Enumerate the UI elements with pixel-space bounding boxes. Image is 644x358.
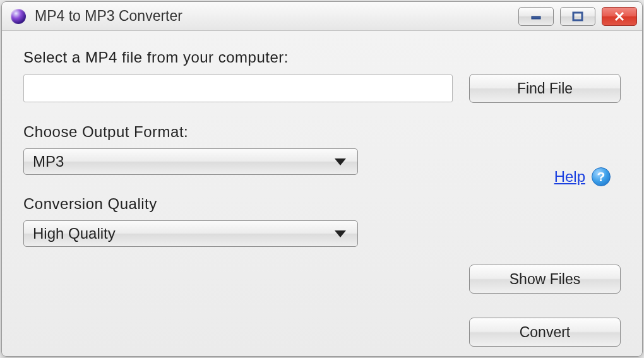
show-files-button[interactable]: Show Files — [469, 265, 621, 294]
find-file-button[interactable]: Find File — [469, 74, 621, 103]
maximize-icon — [571, 10, 584, 23]
app-icon — [11, 9, 26, 24]
output-format-value: MP3 — [33, 153, 335, 170]
title-bar[interactable]: MP4 to MP3 Converter — [2, 2, 642, 31]
output-format-label: Choose Output Format: — [23, 123, 621, 141]
quality-label: Conversion Quality — [23, 195, 621, 213]
quality-select[interactable]: High Quality — [23, 220, 358, 247]
file-path-input[interactable] — [23, 75, 453, 102]
help-area: Help ? — [554, 167, 611, 186]
minimize-button[interactable] — [518, 7, 554, 26]
close-button[interactable] — [602, 7, 637, 26]
close-icon — [613, 10, 626, 23]
help-link[interactable]: Help — [554, 168, 585, 186]
app-window: MP4 to MP3 Converter Select a MP4 file f… — [1, 1, 643, 357]
client-area: Select a MP4 file from your computer: Fi… — [2, 31, 642, 356]
output-format-select[interactable]: MP3 — [23, 148, 358, 175]
maximize-button[interactable] — [560, 7, 595, 26]
convert-button[interactable]: Convert — [469, 318, 621, 347]
quality-value: High Quality — [33, 225, 335, 242]
output-format-section: Choose Output Format: MP3 — [23, 123, 621, 175]
select-file-label: Select a MP4 file from your computer: — [23, 49, 621, 66]
svg-rect-0 — [532, 16, 540, 19]
file-row: Find File — [23, 74, 621, 103]
chevron-down-icon — [335, 230, 346, 237]
window-title: MP4 to MP3 Converter — [35, 8, 518, 25]
convert-label: Convert — [520, 324, 571, 341]
svg-rect-1 — [573, 13, 582, 20]
chevron-down-icon — [335, 158, 346, 165]
show-files-label: Show Files — [510, 271, 580, 288]
quality-section: Conversion Quality High Quality — [23, 195, 621, 247]
action-buttons: Show Files Convert — [469, 265, 621, 347]
help-icon[interactable]: ? — [592, 167, 611, 186]
minimize-icon — [530, 10, 542, 23]
window-controls — [518, 7, 637, 26]
find-file-label: Find File — [517, 80, 573, 97]
